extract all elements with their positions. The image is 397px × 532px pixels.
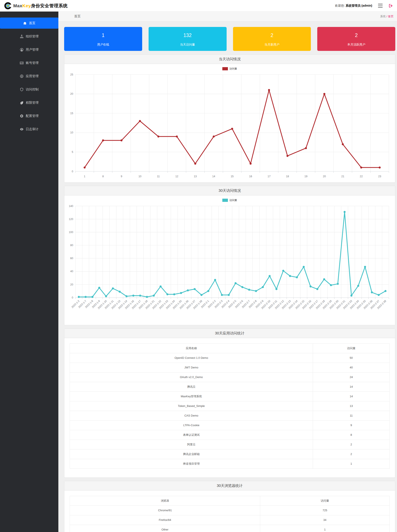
- chart-data-point: [119, 291, 121, 293]
- chart-data-point: [98, 287, 100, 289]
- chart-data-point: [371, 291, 373, 293]
- chart-data-point: [310, 285, 312, 288]
- svg-text:0: 0: [72, 170, 73, 173]
- sidebar-item-label: 访问控制: [26, 87, 39, 92]
- sidebar-item-audit[interactable]: 日志审计: [0, 124, 58, 135]
- table-cell: 24: [313, 372, 390, 382]
- table-cell: 8: [313, 430, 390, 440]
- maxkey-logo-icon: [3, 1, 12, 10]
- svg-text:25: 25: [70, 73, 73, 76]
- chart-data-point: [235, 282, 237, 285]
- chart-svg: 0510152025189101112131415161718192021222…: [65, 71, 395, 181]
- table-cell: Firefox/84: [70, 515, 260, 525]
- app-visits-table-panel: 30天应用访问统计 应用名称访问量OpenID Connect 1.0 Demo…: [64, 328, 395, 478]
- table-row: 腾讯云14: [70, 382, 390, 391]
- table-header-row: 应用名称访问量: [70, 343, 390, 353]
- sidebar-item-label: 配置管理: [26, 114, 39, 118]
- chart-data-point: [180, 292, 182, 294]
- table-cell: 2: [313, 440, 390, 449]
- sidebar-item-permissions[interactable]: 权限管理: [0, 97, 58, 108]
- chart-data-point: [231, 128, 233, 130]
- table-row: Chrome/91725: [70, 506, 390, 515]
- chart-data-point: [357, 285, 359, 287]
- chart-data-point: [275, 288, 278, 290]
- logout-icon[interactable]: [388, 3, 393, 8]
- table-cell: 50: [313, 353, 390, 363]
- sidebar-item-label: 日志审计: [26, 127, 39, 131]
- stat-card-1: 132当天访问量: [149, 27, 227, 51]
- chart-data-point: [360, 167, 362, 169]
- chart-data-point: [187, 289, 189, 291]
- table-cell: 725: [260, 506, 390, 515]
- column-header: 访问量: [313, 343, 390, 353]
- chart-data-point: [303, 266, 305, 268]
- table-row: Firefox/8434: [70, 515, 390, 525]
- table-row: CAS Demo11: [70, 411, 390, 420]
- breadcrumb: 系统 / 首页: [380, 15, 394, 19]
- app-visits-table: 应用名称访问量OpenID Connect 1.0 Demo50JWT Demo…: [70, 343, 390, 469]
- chart-data-point: [255, 290, 257, 292]
- sidebar-item-home[interactable]: 首页: [0, 18, 58, 29]
- table-cell: LTPA-Cookie: [70, 420, 313, 430]
- table-row: OpenID Connect 1.0 Demo50: [70, 353, 390, 363]
- svg-text:15: 15: [231, 175, 234, 178]
- chart-data-point: [139, 295, 141, 297]
- chart-data-point: [282, 270, 284, 272]
- svg-text:8: 8: [102, 175, 104, 178]
- chart-data-point: [289, 275, 291, 277]
- sidebar-item-config[interactable]: 配置管理: [0, 110, 58, 121]
- table-cell: 腾讯云: [70, 382, 313, 391]
- user-circle-icon: [20, 48, 24, 51]
- stat-label: 用户在线: [64, 43, 142, 47]
- sidebar-item-label: 组织管理: [26, 34, 39, 38]
- legend-label: 访问量: [230, 198, 237, 202]
- chart-data-point: [248, 289, 250, 291]
- stat-cards-row: 1用户在线132当天访问量2当月新用户2本月活跃用户: [64, 27, 395, 51]
- chart-data-point: [146, 296, 148, 298]
- menu-toggle-icon[interactable]: [377, 3, 383, 8]
- table-cell: 腾讯企业邮箱: [70, 449, 313, 459]
- today-visits-line-chart[interactable]: 0510152025189101112131415161718192021222…: [64, 71, 395, 181]
- svg-text:15: 15: [70, 112, 73, 115]
- sidebar-item-label: 用户管理: [26, 48, 39, 52]
- cogs-icon: [20, 114, 24, 118]
- stat-label: 当天访问量: [149, 43, 227, 47]
- chart-legend[interactable]: 访问量: [64, 64, 395, 71]
- svg-text:1: 1: [84, 175, 85, 178]
- app-logo: MaxKey身份安全管理系统: [3, 1, 68, 10]
- table-cell: 表单认证测试: [70, 430, 313, 440]
- breadcrumb-current[interactable]: 首页: [388, 15, 394, 18]
- sidebar-item-access[interactable]: 访问控制: [0, 84, 58, 95]
- chart-data-point: [378, 167, 381, 169]
- globe-icon: [20, 74, 24, 78]
- chart-data-point: [268, 275, 271, 277]
- thirty-day-visits-line-chart[interactable]: 0204060801001201402022-1-22022-1-72022-1…: [64, 203, 395, 324]
- chart-data-point: [268, 89, 270, 91]
- table-row: 表单认证测试8: [70, 430, 390, 440]
- chart-data-point: [85, 296, 87, 298]
- svg-text:10: 10: [70, 131, 73, 134]
- svg-text:140: 140: [69, 205, 73, 208]
- chart-legend[interactable]: 访问量: [64, 195, 395, 203]
- stat-card-0: 1用户在线: [64, 27, 142, 51]
- svg-text:14: 14: [212, 175, 215, 178]
- table-cell: 34: [260, 515, 390, 525]
- sidebar-item-apps[interactable]: 应用管理: [0, 71, 58, 82]
- table-row: MaxKey管理系统14: [70, 391, 390, 401]
- chart-x-axis-labels: 1891011121314151617181920212223: [84, 175, 381, 178]
- svg-text:0: 0: [72, 296, 73, 299]
- browser-stats-table-panel: 30天浏览器统计 浏览器访问量Chrome/91725Firefox/8434O…: [64, 481, 395, 532]
- chart-data-point: [176, 136, 178, 138]
- svg-text:40: 40: [70, 270, 73, 273]
- table-row: Token_Based_Simple13: [70, 401, 390, 411]
- chart-svg: 0204060801001201402022-1-22022-1-72022-1…: [65, 203, 395, 324]
- sidebar-item-users[interactable]: 用户管理: [0, 44, 58, 55]
- svg-text:20: 20: [323, 175, 326, 178]
- stat-card-2: 2当月新用户: [233, 27, 311, 51]
- sidebar-item-accounts[interactable]: 账号管理: [0, 57, 58, 68]
- svg-text:17: 17: [267, 175, 270, 178]
- chart-data-point: [207, 290, 210, 292]
- sidebar-item-org[interactable]: 组织管理: [0, 31, 58, 42]
- sidebar-item-label: 首页: [29, 21, 36, 25]
- chart-data-point: [316, 288, 319, 290]
